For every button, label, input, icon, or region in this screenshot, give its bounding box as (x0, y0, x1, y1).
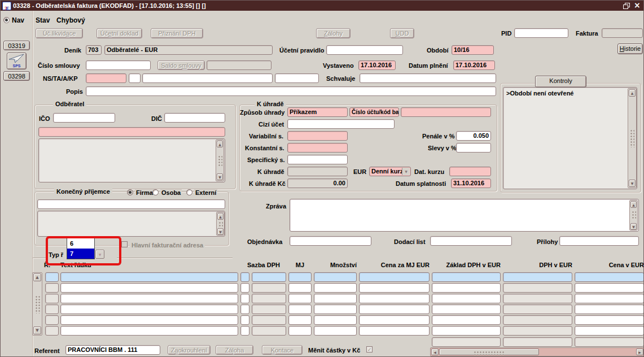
ta-field[interactable] (129, 73, 141, 83)
hlavni-adresa-checkbox[interactable] (121, 241, 128, 247)
referent-input[interactable]: PRACOVNÍCI BBM . 111 (65, 345, 160, 355)
cislo-uctu-field[interactable] (401, 107, 491, 117)
scrollbar-thumb[interactable] (439, 349, 539, 355)
chevron-down-icon[interactable]: ▼ (402, 168, 410, 175)
ns-name-field[interactable] (142, 73, 273, 83)
prijemce-scrollbar[interactable]: ▲ ▼ (216, 212, 225, 236)
osoba-radio[interactable] (152, 189, 159, 195)
table-cell[interactable] (45, 272, 59, 282)
uc-likvidace-button[interactable]: Úč.likvidace (36, 28, 83, 38)
ns-field[interactable] (86, 73, 126, 83)
table-cell[interactable] (60, 304, 238, 314)
sidebar-button-03319[interactable]: 03319 (3, 41, 30, 50)
table-cell[interactable] (288, 283, 312, 293)
datum-splatnosti-field[interactable]: 31.10.2016 (451, 178, 491, 188)
table-cell[interactable] (60, 294, 238, 303)
scroll-down-icon[interactable]: ▼ (217, 228, 224, 235)
variabilni-field[interactable] (287, 131, 348, 141)
grid-vertical-scrollbar[interactable]: ▲ ▼ (32, 272, 42, 336)
prilohy-input[interactable] (559, 236, 639, 246)
table-cell[interactable] (252, 304, 286, 314)
typ-radku-option[interactable]: 6 (67, 238, 94, 249)
cislo-smlouvy-input[interactable] (86, 60, 151, 70)
table-cell[interactable] (252, 272, 286, 282)
scroll-up-icon[interactable]: ▲ (217, 213, 224, 220)
prijemce-address-textarea[interactable] (37, 211, 225, 237)
zaokrouhleni-button[interactable]: Zaokrouhlení (168, 345, 211, 355)
scroll-left-icon[interactable]: ◀ (431, 349, 439, 355)
scroll-up-icon[interactable]: ▲ (33, 273, 41, 281)
table-cell[interactable] (45, 326, 59, 336)
ucetni-doklad-button[interactable]: Účetní doklad (97, 28, 142, 38)
grid-horizontal-scrollbar[interactable]: ◀ ▶ (430, 347, 644, 356)
table-cell[interactable] (575, 326, 644, 336)
table-cell[interactable] (252, 294, 286, 303)
popis-input[interactable] (86, 86, 496, 96)
table-cell[interactable] (60, 326, 238, 336)
table-cell[interactable] (359, 272, 430, 282)
kontroly-list[interactable] (503, 87, 637, 189)
ucetni-pravidlo-input[interactable] (326, 45, 403, 55)
schvaluje-input[interactable] (360, 73, 496, 83)
saldo-smlouvy-button[interactable]: Saldo smlouvy (157, 60, 205, 70)
pid-input[interactable] (514, 28, 568, 38)
menit-castky-checkbox[interactable]: ✓ (366, 346, 373, 352)
scroll-down-icon[interactable]: ▼ (33, 326, 41, 334)
table-cell[interactable] (503, 304, 572, 314)
table-cell[interactable] (314, 315, 357, 325)
udd-button[interactable]: UDD (390, 28, 414, 38)
obdobi-field[interactable]: 10/16 (452, 45, 494, 55)
table-cell[interactable] (60, 272, 238, 282)
priznani-dph-button[interactable]: Přiznání DPH (151, 28, 203, 38)
table-cell[interactable] (503, 283, 572, 293)
table-cell[interactable] (288, 304, 312, 314)
table-cell[interactable] (288, 272, 312, 282)
table-cell[interactable] (575, 283, 644, 293)
sps-button[interactable]: SPS (7, 53, 27, 69)
table-cell[interactable] (432, 304, 501, 314)
table-cell[interactable] (575, 294, 644, 303)
dat-kurzu-field[interactable] (449, 167, 491, 176)
table-cell[interactable] (503, 315, 572, 325)
dodaci-list-input[interactable] (430, 236, 512, 246)
cizi-ucet-input[interactable] (287, 119, 395, 129)
table-cell[interactable] (288, 326, 312, 336)
table-cell[interactable] (359, 315, 430, 325)
table-cell[interactable] (314, 294, 357, 303)
kontroly-button[interactable]: Kontroly (535, 76, 586, 88)
kontace-button[interactable]: Kontace (262, 345, 303, 355)
zaloha-button[interactable]: Záloha (216, 345, 253, 355)
table-cell[interactable] (240, 294, 249, 303)
table-cell[interactable] (503, 294, 572, 303)
table-cell[interactable] (575, 315, 644, 325)
konstantni-field[interactable] (287, 143, 348, 153)
table-cell[interactable] (240, 283, 249, 293)
scroll-up-icon[interactable]: ▲ (629, 89, 636, 97)
objednavka-input[interactable] (290, 236, 371, 246)
odberatel-name-field[interactable] (38, 127, 225, 137)
scroll-up-icon[interactable]: ▲ (217, 141, 223, 147)
nav-radio[interactable] (3, 17, 10, 23)
table-cell[interactable] (359, 326, 430, 336)
table-cell[interactable] (575, 272, 644, 282)
table-cell[interactable] (45, 294, 59, 303)
ico-input[interactable] (53, 113, 115, 123)
scroll-right-icon[interactable]: ▶ (636, 349, 643, 355)
table-cell[interactable] (45, 283, 59, 293)
externi-radio[interactable] (186, 189, 192, 195)
table-cell[interactable] (503, 272, 572, 282)
window-close-button[interactable]: × (634, 1, 641, 10)
datum-plneni-field[interactable]: 17.10.2016 (453, 60, 495, 70)
table-cell[interactable] (432, 294, 501, 303)
kp-field[interactable] (275, 73, 319, 83)
table-cell[interactable] (252, 315, 286, 325)
scroll-up-icon[interactable]: ▲ (630, 201, 637, 208)
table-cell[interactable] (60, 315, 238, 325)
dic-input[interactable] (164, 113, 225, 123)
historie-button[interactable]: Historie (617, 43, 643, 54)
table-cell[interactable] (359, 294, 430, 303)
table-cell[interactable] (314, 304, 357, 314)
table-cell[interactable] (252, 283, 286, 293)
table-cell[interactable] (240, 326, 249, 336)
sidebar-button-03298[interactable]: 03298 (3, 71, 30, 81)
